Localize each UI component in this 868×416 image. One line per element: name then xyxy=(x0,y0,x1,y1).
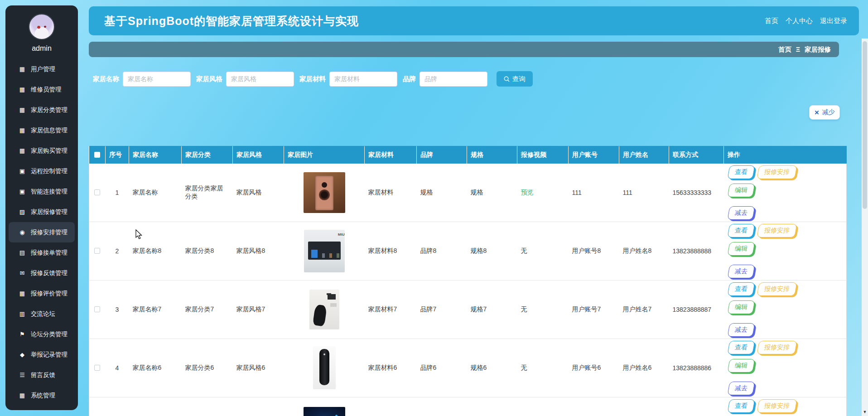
row-checkbox[interactable] xyxy=(94,365,100,371)
sidebar-item[interactable]: ▦ 维修员管理 xyxy=(9,79,75,100)
row-checkbox[interactable] xyxy=(94,189,100,195)
edit-button[interactable]: 编辑 xyxy=(727,184,755,197)
view-button[interactable]: 查看 xyxy=(727,224,755,237)
title-bar: 基于SpringBoot的智能家居管理系统设计与实现 首页 个人中心 退出登录 xyxy=(89,6,859,35)
sidebar-item[interactable]: ◉ 报修安排管理 xyxy=(9,222,75,242)
arrange-repair-button[interactable]: 报修安排 xyxy=(757,165,797,179)
cell-spec: 规格5 xyxy=(467,397,517,416)
sidebar-item[interactable]: ▦ 用户管理 xyxy=(9,59,75,79)
sidebar-item-label: 举报记录管理 xyxy=(31,351,68,359)
search-input[interactable] xyxy=(226,72,294,87)
edit-button[interactable]: 编辑 xyxy=(727,359,755,372)
cell-video[interactable]: 无 xyxy=(517,280,569,339)
row-checkbox[interactable] xyxy=(94,248,100,254)
flag-icon: ⚑ xyxy=(19,331,26,338)
cell-brand: 品牌5 xyxy=(417,397,467,416)
grid-icon: ▦ xyxy=(19,66,26,73)
cell-category: 家居分类7 xyxy=(182,280,233,339)
vertical-scrollbar[interactable]: ▼ xyxy=(862,39,868,416)
sidebar-item-label: 报修安排管理 xyxy=(31,228,68,237)
select-all-checkbox[interactable] xyxy=(94,152,100,158)
cell-brand: 品牌6 xyxy=(417,339,467,397)
chart-icon: ▨ xyxy=(19,208,26,215)
view-button[interactable]: 查看 xyxy=(727,165,755,179)
top-nav-link[interactable]: 退出登录 xyxy=(820,17,847,25)
reduce-button[interactable]: ✕ 减少 xyxy=(809,105,840,120)
query-button[interactable]: 查询 xyxy=(497,71,533,87)
cell-spec: 规格8 xyxy=(467,222,517,280)
subtract-button[interactable]: 减去 xyxy=(727,206,755,220)
clipboard-x-icon: ▣ xyxy=(19,168,26,174)
cell-spec: 规格7 xyxy=(467,280,517,339)
search-input[interactable] xyxy=(123,72,191,87)
search-input[interactable] xyxy=(420,72,487,87)
sidebar-item-label: 家居信息管理 xyxy=(31,126,68,135)
arrange-repair-button[interactable]: 报修安排 xyxy=(757,399,797,413)
top-nav-link[interactable]: 首页 xyxy=(765,17,778,25)
cell-brand: 品牌8 xyxy=(417,222,467,280)
cell-category: 家居分类家居分类 xyxy=(182,164,233,222)
sidebar-item[interactable]: ▦ 家居购买管理 xyxy=(9,140,75,161)
cell-phone: 13823888885 xyxy=(669,397,724,416)
sidebar-item-label: 远程控制管理 xyxy=(31,167,68,175)
cell-video[interactable]: 无 xyxy=(517,397,569,416)
arrange-repair-button[interactable]: 报修安排 xyxy=(757,224,797,237)
col-account: 用户账号 xyxy=(569,146,619,164)
sidebar-item[interactable]: ▦ 报修评价管理 xyxy=(9,283,75,304)
repair-table: 序号 家居名称 家居分类 家居风格 家居图片 家居材料 品牌 规格 报修视频 用… xyxy=(89,146,846,416)
scroll-down-arrow-icon[interactable]: ▼ xyxy=(862,410,868,414)
sidebar-item[interactable]: ▦ 家居信息管理 xyxy=(9,120,75,140)
top-nav: 首页 个人中心 退出登录 xyxy=(765,17,847,25)
arrange-repair-button[interactable]: 报修安排 xyxy=(757,282,797,296)
arrange-repair-button[interactable]: 报修安排 xyxy=(757,341,797,354)
cell-name: 家居名称6 xyxy=(129,339,182,397)
sidebar-item[interactable]: ▨ 家居报修管理 xyxy=(9,202,75,222)
view-button[interactable]: 查看 xyxy=(727,399,755,413)
row-checkbox[interactable] xyxy=(94,306,100,312)
sidebar-item[interactable]: ▤ 报修接单管理 xyxy=(9,242,75,263)
subtract-button[interactable]: 减去 xyxy=(727,265,755,278)
grid-icon: ▦ xyxy=(19,106,26,113)
col-username: 用户姓名 xyxy=(619,146,669,164)
breadcrumb-home[interactable]: 首页 xyxy=(778,45,791,54)
sidebar: admin ▦ 用户管理 ▦ 维修员管理 ▦ 家居分类管理 ▦ 家居信息管理 xyxy=(5,5,78,410)
cell-video[interactable]: 无 xyxy=(517,339,569,397)
sidebar-item[interactable]: ▣ 智能连接管理 xyxy=(9,181,75,202)
sidebar-item[interactable]: ☰ 留言反馈 xyxy=(9,365,75,385)
avatar xyxy=(29,14,55,40)
edit-button[interactable]: 编辑 xyxy=(727,242,755,256)
table-row: 2 家居名称8 家居分类8 家居风格8 MIUI TV 家居材料8 品牌8 规格… xyxy=(89,222,847,280)
sidebar-item-label: 留言反馈 xyxy=(31,371,55,379)
subtract-button[interactable]: 减去 xyxy=(727,382,755,395)
search-input[interactable] xyxy=(329,72,397,87)
cell-style: 家居风格 xyxy=(233,164,284,222)
sidebar-item[interactable]: ▦ 家居分类管理 xyxy=(9,100,75,120)
sidebar-item-label: 系统管理 xyxy=(31,392,55,400)
sidebar-item[interactable]: ▥ 交流论坛 xyxy=(9,304,75,324)
cell-account: 用户账号8 xyxy=(569,222,619,280)
scrollbar-thumb[interactable] xyxy=(863,41,867,209)
view-button[interactable]: 查看 xyxy=(727,282,755,296)
cell-phone: 13823888887 xyxy=(669,280,724,339)
search-field-label: 品牌 xyxy=(403,75,416,83)
view-button[interactable]: 查看 xyxy=(727,341,755,354)
subtract-button[interactable]: 减去 xyxy=(727,323,755,337)
sidebar-item[interactable]: ⚑ 论坛分类管理 xyxy=(9,324,75,344)
search-field-group: 品牌 xyxy=(403,72,487,87)
table-row: 3 家居名称7 家居分类7 家居风格7 家居材料7 品牌7 规格7 无 用户账号… xyxy=(89,280,847,339)
sidebar-item[interactable]: ✉ 报修反馈管理 xyxy=(9,263,75,283)
edit-button[interactable]: 编辑 xyxy=(727,300,755,314)
sidebar-item[interactable]: ▣ 远程控制管理 xyxy=(9,161,75,181)
grid-icon: ▦ xyxy=(19,127,26,134)
cell-account: 111 xyxy=(569,164,619,222)
cell-material: 家居材料6 xyxy=(365,339,417,397)
sidebar-item[interactable]: ◆ 举报记录管理 xyxy=(9,344,75,365)
cell-spec: 规格6 xyxy=(467,339,517,397)
cell-video[interactable]: 预览 xyxy=(517,164,569,222)
cell-video[interactable]: 无 xyxy=(517,222,569,280)
lightbulb-icon: ◉ xyxy=(19,229,26,236)
sidebar-item[interactable]: ▦ 系统管理 xyxy=(9,385,75,406)
top-nav-link[interactable]: 个人中心 xyxy=(786,17,813,25)
grid-icon: ▦ xyxy=(19,147,26,154)
col-actions: 操作 xyxy=(724,146,847,164)
